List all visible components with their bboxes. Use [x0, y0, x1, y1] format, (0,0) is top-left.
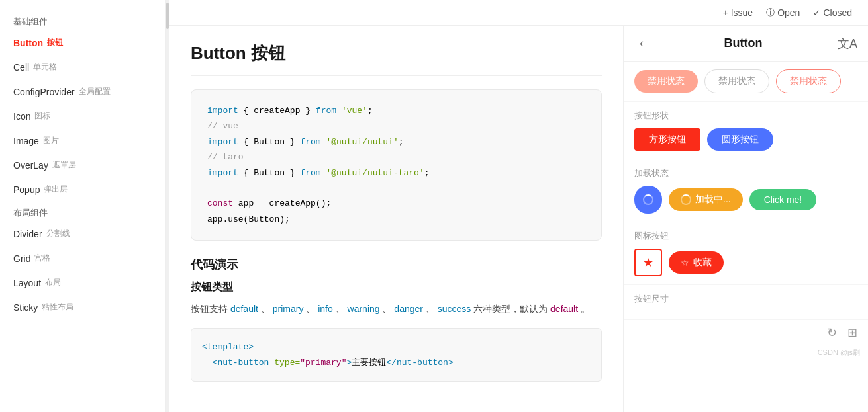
btn-square[interactable]: 方形按钮: [634, 128, 700, 151]
sidebar-item-image[interactable]: Image 图片: [0, 128, 165, 153]
grid-icon[interactable]: ⊞: [847, 325, 857, 340]
circle-icon: ⓘ: [766, 7, 775, 19]
rp-title: Button: [724, 36, 763, 50]
icon-section-label: 图标按钮: [634, 230, 857, 242]
shape-section-label: 按钮形状: [634, 110, 857, 122]
rp-bottom-icons: ↻ ⊞: [624, 320, 868, 345]
page-title: Button 按钮: [191, 42, 602, 76]
rp-prev-button[interactable]: ‹: [634, 34, 649, 53]
sidebar: 基础组件 Button 按钮 Cell 单元格 ConfigProvider 全…: [0, 0, 166, 412]
shape-buttons-row: 方形按钮 圆形按钮: [634, 128, 857, 151]
size-section: 按钮尺寸: [624, 285, 868, 320]
sidebar-section-basic: 基础组件: [0, 11, 165, 30]
import-code-block: import { createApp } from 'vue'; // vue …: [191, 89, 602, 241]
top-bar: + Issue ⓘ Open ✓ Closed: [169, 0, 868, 26]
spinner-icon: [643, 194, 653, 205]
sidebar-item-layout[interactable]: Layout 布局: [0, 270, 165, 295]
sidebar-item-cell[interactable]: Cell 单元格: [0, 55, 165, 79]
sidebar-item-icon[interactable]: Icon 图标: [0, 104, 165, 128]
btn-icon-solid[interactable]: ☆ 收藏: [669, 251, 724, 274]
content-row: Button 按钮 import { createApp } from 'vue…: [169, 26, 868, 412]
btn-round[interactable]: 圆形按钮: [707, 128, 773, 151]
star-outline-icon: ☆: [681, 257, 689, 268]
sidebar-item-overlay[interactable]: OverLay 遮罩层: [0, 153, 165, 177]
disabled-section: 禁用状态 禁用状态 禁用状态: [624, 62, 868, 102]
section-demo-title: 代码演示: [191, 257, 602, 272]
scroll-thumb[interactable]: [166, 3, 169, 29]
btn-clickme[interactable]: Click me!: [749, 189, 817, 210]
loading-buttons-row: 加载中... Click me!: [634, 186, 857, 214]
main-content: Button 按钮 import { createApp } from 'vue…: [169, 26, 623, 412]
sidebar-item-sticky[interactable]: Sticky 粘性布局: [0, 295, 165, 319]
size-section-label: 按钮尺寸: [634, 293, 857, 305]
star-icon: ★: [643, 255, 653, 270]
shape-section: 按钮形状 方形按钮 圆形按钮: [624, 102, 868, 159]
closed-button[interactable]: ✓ Closed: [813, 7, 852, 18]
right-panel: ‹ Button 文A 禁用状态 禁用状态 禁用状态 按钮形状 方形按钮 圆形按…: [623, 26, 868, 412]
icon-buttons-row: ★ ☆ 收藏: [634, 249, 857, 276]
sidebar-item-grid[interactable]: Grid 宫格: [0, 246, 165, 270]
sidebar-item-button[interactable]: Button 按钮: [0, 30, 165, 55]
sidebar-item-divider[interactable]: Divider 分割线: [0, 222, 165, 246]
open-button[interactable]: ⓘ Open: [766, 7, 800, 19]
spinner-icon-2: [681, 194, 691, 205]
right-wrapper: + Issue ⓘ Open ✓ Closed Button 按钮 import…: [169, 0, 868, 412]
btn-loading-circle[interactable]: [634, 186, 662, 214]
watermark: CSDN @js刷: [624, 345, 868, 360]
translate-icon[interactable]: 文A: [838, 36, 857, 52]
sidebar-item-popup[interactable]: Popup 弹出层: [0, 177, 165, 202]
btn-icon-outline[interactable]: ★: [634, 249, 662, 276]
issue-button[interactable]: + Issue: [723, 7, 753, 18]
icon-section: 图标按钮 ★ ☆ 收藏: [624, 222, 868, 285]
btn-loading-text[interactable]: 加载中...: [669, 188, 743, 211]
section-type-title: 按钮类型: [191, 280, 602, 294]
sidebar-item-configprovider[interactable]: ConfigProvider 全局配置: [0, 79, 165, 104]
disabled-buttons-row: 禁用状态 禁用状态 禁用状态: [634, 69, 857, 93]
btn-disabled-outline[interactable]: 禁用状态: [704, 69, 769, 93]
btn-disabled-outline-red[interactable]: 禁用状态: [776, 69, 841, 93]
template-code-block: <template> <nut-button type="primary">主要…: [191, 328, 602, 382]
check-icon: ✓: [813, 8, 820, 18]
loading-section: 加载状态 加载中... Click me!: [624, 159, 868, 222]
btn-disabled-primary[interactable]: 禁用状态: [634, 70, 698, 93]
loading-section-label: 加载状态: [634, 167, 857, 179]
refresh-icon[interactable]: ↻: [827, 325, 837, 340]
sidebar-section-layout: 布局组件: [0, 202, 165, 222]
desc-text: 按钮支持 default 、 primary 、 info 、 warning …: [191, 301, 602, 317]
rp-header: ‹ Button 文A: [624, 26, 868, 62]
